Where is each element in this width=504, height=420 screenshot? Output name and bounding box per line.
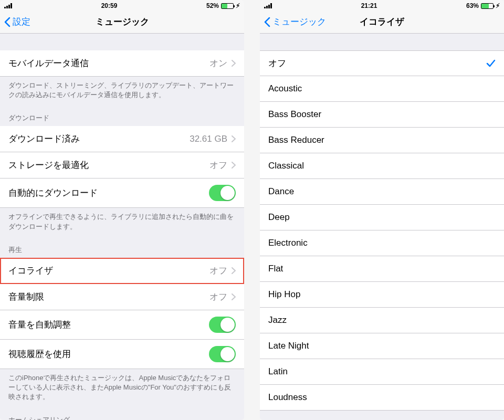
cell-label: 自動的にダウンロード	[8, 187, 98, 199]
downloads-header: ダウンロード	[0, 104, 244, 126]
eq-option-label: Deep	[268, 212, 290, 223]
cell-value: オフ	[209, 265, 227, 277]
cell-value: オフ	[209, 291, 227, 303]
cell-label: ダウンロード済み	[8, 133, 80, 145]
status-bar: 20:59 52% ⚡︎	[0, 0, 244, 10]
eq-option-label: Bass Reducer	[268, 135, 324, 145]
disclosure-icon	[232, 267, 236, 274]
equalizer-cell[interactable]: イコライザ オフ	[0, 258, 244, 284]
navigation-bar: ミュージック イコライザ	[260, 10, 504, 34]
eq-option-label: Flat	[268, 264, 283, 274]
eq-option-cell[interactable]: Bass Booster	[260, 102, 504, 128]
cellular-footer: ダウンロード、ストリーミング、ライブラリのアップデート、アートワークの読み込みに…	[0, 77, 244, 104]
auto-download-cell[interactable]: 自動的にダウンロード	[0, 178, 244, 208]
cell-label: モバイルデータ通信	[8, 57, 89, 69]
equalizer-list[interactable]: オフAcousticBass BoosterBass ReducerClassi…	[260, 34, 504, 420]
chevron-left-icon	[4, 17, 10, 27]
volume-limit-cell[interactable]: 音量制限 オフ	[0, 284, 244, 310]
eq-option-cell[interactable]: Latin	[260, 359, 504, 385]
status-time: 20:59	[101, 2, 118, 9]
sound-check-cell[interactable]: 音量を自動調整	[0, 310, 244, 340]
chevron-left-icon	[264, 17, 270, 27]
eq-option-label: オフ	[268, 57, 286, 69]
eq-option-label: Loudness	[268, 392, 307, 403]
back-button[interactable]: 設定	[4, 16, 30, 28]
disclosure-icon	[232, 135, 236, 142]
cell-label: 視聴履歴を使用	[8, 348, 71, 360]
back-label: 設定	[13, 16, 30, 28]
eq-option-cell[interactable]: Dance	[260, 179, 504, 205]
home-sharing-header: ホームシェアリング	[0, 406, 244, 420]
cellular-data-cell[interactable]: モバイルデータ通信 オン	[0, 50, 244, 77]
eq-option-cell[interactable]: Hip Hop	[260, 282, 504, 308]
eq-option-cell[interactable]: Bass Reducer	[260, 128, 504, 153]
nav-title: ミュージック	[96, 16, 149, 28]
cell-value: 32.61 GB	[190, 134, 227, 144]
disclosure-icon	[232, 293, 236, 300]
eq-option-cell[interactable]: Deep	[260, 205, 504, 230]
back-label: ミュージック	[272, 16, 326, 28]
cell-label: 音量制限	[8, 291, 44, 303]
status-time: 21:21	[361, 2, 377, 9]
phone-music-settings: 20:59 52% ⚡︎ 設定 ミュージック モバイルデータ通信 オン ダウンロ…	[0, 0, 244, 420]
phone-equalizer-settings: 21:21 63% ⚡︎ ミュージック イコライザ オフAcousticBass…	[260, 0, 504, 420]
eq-option-label: Bass Booster	[268, 109, 321, 120]
eq-option-label: Electronic	[268, 238, 308, 248]
optimize-storage-cell[interactable]: ストレージを最適化 オフ	[0, 152, 244, 178]
back-button[interactable]: ミュージック	[264, 16, 326, 28]
eq-option-cell[interactable]: Late Night	[260, 333, 504, 359]
battery-icon	[221, 3, 234, 9]
toggle-switch-on[interactable]	[209, 317, 236, 333]
status-bar: 21:21 63% ⚡︎	[260, 0, 504, 10]
battery-percentage: 52%	[206, 2, 219, 9]
eq-option-cell[interactable]: Acoustic	[260, 76, 504, 102]
signal-icon	[264, 3, 272, 8]
battery-icon	[481, 3, 494, 9]
cell-label: ストレージを最適化	[8, 159, 89, 171]
eq-option-cell[interactable]: Electronic	[260, 230, 504, 256]
eq-option-cell[interactable]: Jazz	[260, 308, 504, 333]
charging-icon: ⚡︎	[496, 2, 500, 9]
playback-header: 再生	[0, 236, 244, 258]
eq-option-label: Latin	[268, 366, 288, 377]
signal-icon	[4, 3, 12, 8]
toggle-switch-on[interactable]	[209, 185, 236, 201]
eq-option-cell[interactable]: Flat	[260, 256, 504, 282]
eq-option-cell[interactable]: Classical	[260, 153, 504, 179]
eq-option-label: Dance	[268, 186, 294, 197]
settings-content[interactable]: モバイルデータ通信 オン ダウンロード、ストリーミング、ライブラリのアップデート…	[0, 34, 244, 420]
battery-percentage: 63%	[466, 2, 479, 9]
cell-label: イコライザ	[8, 265, 53, 277]
eq-option-cell[interactable]: Loudness	[260, 385, 504, 411]
navigation-bar: 設定 ミュージック	[0, 10, 244, 34]
use-history-cell[interactable]: 視聴履歴を使用	[0, 340, 244, 369]
toggle-switch-on[interactable]	[209, 346, 236, 362]
eq-option-cell[interactable]: オフ	[260, 50, 504, 76]
cell-value: オン	[209, 57, 227, 69]
eq-option-label: Late Night	[268, 341, 309, 351]
downloaded-music-cell[interactable]: ダウンロード済み 32.61 GB	[0, 126, 244, 152]
checkmark-icon	[486, 59, 496, 68]
eq-option-label: Classical	[268, 161, 304, 171]
nav-title: イコライザ	[360, 16, 404, 28]
cell-label: 音量を自動調整	[8, 319, 71, 331]
eq-option-label: Hip Hop	[268, 289, 300, 300]
playback-footer: このiPhoneで再生されたミュージックは、Apple Musicであなたをフォ…	[0, 369, 244, 406]
eq-option-label: Acoustic	[268, 83, 302, 94]
disclosure-icon	[232, 60, 236, 67]
charging-icon: ⚡︎	[236, 2, 240, 9]
disclosure-icon	[232, 162, 236, 169]
cell-value: オフ	[209, 159, 227, 171]
eq-option-label: Jazz	[268, 315, 287, 326]
downloads-footer: オフラインで再生できるように、ライブラリに追加されたら自動的に曲をダウンロードし…	[0, 208, 244, 235]
